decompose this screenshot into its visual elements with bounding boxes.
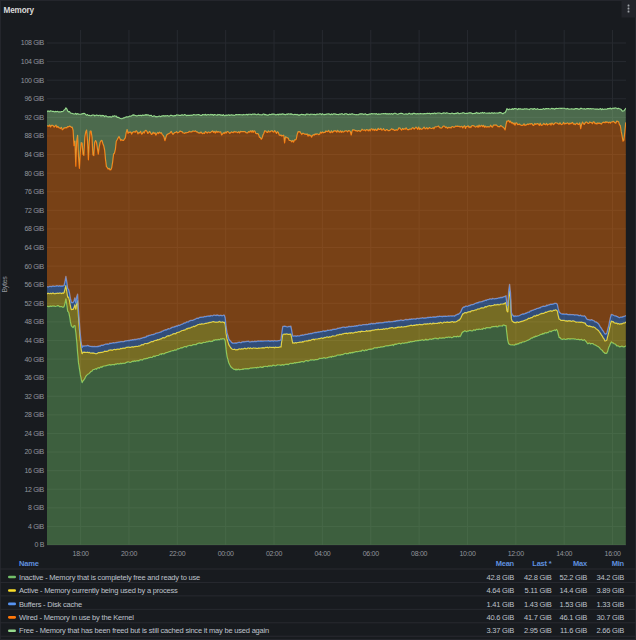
svg-text:Bytes: Bytes	[1, 276, 9, 293]
svg-text:20 GiB: 20 GiB	[24, 448, 44, 455]
svg-text:Memory: Memory	[4, 6, 35, 15]
svg-text:52 GiB: 52 GiB	[24, 300, 44, 307]
svg-text:18:00: 18:00	[73, 550, 89, 557]
svg-text:2.95 GiB: 2.95 GiB	[524, 626, 552, 635]
svg-text:41.7 GiB: 41.7 GiB	[524, 613, 552, 622]
svg-text:14:00: 14:00	[556, 550, 572, 557]
svg-text:60 GiB: 60 GiB	[24, 263, 44, 270]
svg-text:80 GiB: 80 GiB	[24, 170, 44, 177]
svg-text:24 GiB: 24 GiB	[24, 430, 44, 437]
svg-text:02:00: 02:00	[266, 550, 282, 557]
svg-text:Active - Memory currently bein: Active - Memory currently being used by …	[19, 586, 178, 595]
svg-text:40.6 GiB: 40.6 GiB	[486, 613, 514, 622]
svg-text:1.53 GiB: 1.53 GiB	[559, 600, 587, 609]
svg-text:5.11 GiB: 5.11 GiB	[524, 586, 551, 595]
svg-text:3.37 GiB: 3.37 GiB	[486, 626, 514, 635]
svg-text:11.6 GiB: 11.6 GiB	[560, 626, 587, 635]
svg-text:4 GiB: 4 GiB	[28, 523, 45, 530]
svg-text:92 GiB: 92 GiB	[24, 114, 44, 121]
svg-text:12 GiB: 12 GiB	[24, 486, 44, 493]
svg-text:Buffers - Disk cache: Buffers - Disk cache	[19, 600, 82, 609]
svg-text:64 GiB: 64 GiB	[24, 244, 44, 251]
svg-text:1.41 GiB: 1.41 GiB	[486, 600, 514, 609]
svg-text:42.8 GiB: 42.8 GiB	[486, 573, 514, 582]
svg-text:Name: Name	[19, 559, 39, 568]
svg-text:42.8 GiB: 42.8 GiB	[524, 573, 552, 582]
svg-text:30.7 GiB: 30.7 GiB	[596, 613, 624, 622]
svg-text:88 GiB: 88 GiB	[24, 132, 44, 139]
svg-text:3.89 GiB: 3.89 GiB	[596, 586, 624, 595]
svg-text:52.2 GiB: 52.2 GiB	[559, 573, 587, 582]
svg-text:00:00: 00:00	[218, 550, 234, 557]
svg-text:Last *: Last *	[532, 559, 552, 568]
svg-text:32 GiB: 32 GiB	[24, 393, 44, 400]
svg-text:Wired - Memory in use by the K: Wired - Memory in use by the Kernel	[19, 613, 134, 622]
svg-text:56 GiB: 56 GiB	[24, 281, 44, 288]
svg-text:10:00: 10:00	[459, 550, 475, 557]
svg-text:22:00: 22:00	[169, 550, 185, 557]
svg-text:12:00: 12:00	[508, 550, 524, 557]
svg-text:96 GiB: 96 GiB	[24, 95, 44, 102]
svg-text:14.4 GiB: 14.4 GiB	[559, 586, 587, 595]
svg-text:84 GiB: 84 GiB	[24, 151, 44, 158]
svg-text:104 GiB: 104 GiB	[21, 58, 45, 65]
svg-text:0 B: 0 B	[34, 541, 44, 548]
svg-text:40 GiB: 40 GiB	[24, 356, 44, 363]
svg-text:72 GiB: 72 GiB	[24, 207, 44, 214]
svg-text:28 GiB: 28 GiB	[24, 411, 44, 418]
svg-text:76 GiB: 76 GiB	[24, 188, 44, 195]
svg-text:16:00: 16:00	[605, 550, 621, 557]
svg-text:2.66 GiB: 2.66 GiB	[596, 626, 624, 635]
svg-text:44 GiB: 44 GiB	[24, 337, 44, 344]
svg-text:Min: Min	[612, 559, 625, 568]
svg-text:06:00: 06:00	[363, 550, 379, 557]
svg-text:36 GiB: 36 GiB	[24, 374, 44, 381]
svg-text:16 GiB: 16 GiB	[24, 467, 44, 474]
svg-text:8 GiB: 8 GiB	[28, 504, 45, 511]
svg-text:108 GiB: 108 GiB	[21, 39, 45, 46]
svg-text:Inactive - Memory that is comp: Inactive - Memory that is completely fre…	[19, 573, 200, 582]
svg-text:20:00: 20:00	[121, 550, 137, 557]
svg-text:Mean: Mean	[496, 559, 515, 568]
svg-text:08:00: 08:00	[411, 550, 427, 557]
svg-text:68 GiB: 68 GiB	[24, 225, 44, 232]
svg-text:Free - Memory that has been fr: Free - Memory that has been freed but is…	[19, 626, 269, 635]
svg-text:04:00: 04:00	[314, 550, 330, 557]
svg-text:100 GiB: 100 GiB	[21, 77, 45, 84]
svg-text:48 GiB: 48 GiB	[24, 318, 44, 325]
svg-text:1.43 GiB: 1.43 GiB	[524, 600, 552, 609]
svg-text:4.64 GiB: 4.64 GiB	[486, 586, 514, 595]
svg-text:34.2 GiB: 34.2 GiB	[596, 573, 624, 582]
svg-text:46.1 GiB: 46.1 GiB	[559, 613, 587, 622]
svg-text:1.33 GiB: 1.33 GiB	[596, 600, 624, 609]
svg-text:Max: Max	[573, 559, 588, 568]
